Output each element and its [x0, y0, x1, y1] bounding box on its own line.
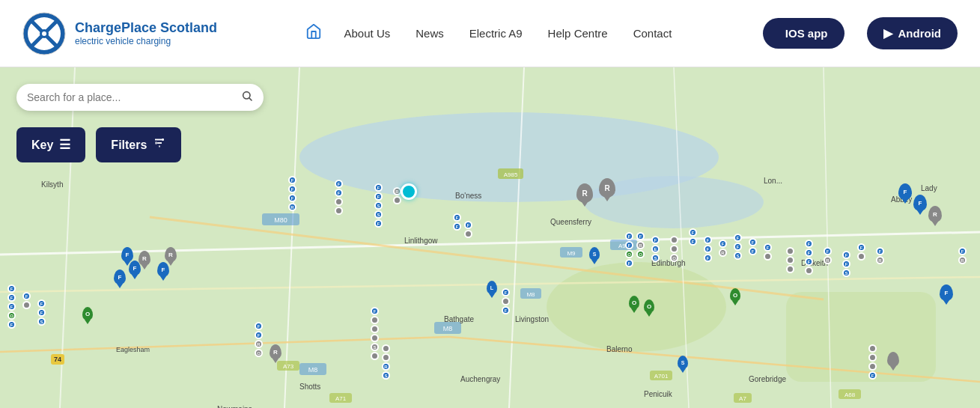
marker-stack-1[interactable]: F F F R: [288, 176, 296, 211]
nav-electric-a9[interactable]: Electric A9: [459, 22, 533, 44]
marker-edin-5[interactable]: F F: [689, 228, 697, 246]
marker-stack-2[interactable]: F F: [335, 180, 343, 215]
marker-livingston-stack[interactable]: F F: [502, 288, 510, 314]
svg-text:A68: A68: [844, 392, 856, 398]
search-bar: [16, 84, 264, 111]
svg-text:Shotts: Shotts: [299, 383, 320, 391]
ios-app-button[interactable]: IOS app: [763, 18, 844, 49]
marker-edin-7[interactable]: F R: [719, 240, 727, 257]
nav-help-centre[interactable]: Help Centre: [538, 22, 618, 44]
search-icon: [241, 90, 253, 105]
marker-numbered[interactable]: 74: [51, 354, 64, 365]
marker-right-1[interactable]: [786, 247, 794, 273]
marker-edin-6[interactable]: F F F: [704, 236, 712, 262]
marker-right-5[interactable]: F: [857, 243, 865, 261]
marker-mid-left-1[interactable]: F F R O: [255, 322, 263, 357]
marker-bottom-1[interactable]: F S: [371, 307, 379, 360]
search-input[interactable]: [27, 91, 241, 103]
marker-gray-big[interactable]: R: [576, 183, 593, 203]
marker-livingston-1[interactable]: L: [487, 281, 497, 294]
marker-right-6[interactable]: F R: [876, 247, 884, 264]
marker-far-right-1[interactable]: F: [898, 183, 912, 200]
android-app-button[interactable]: ▶ Android: [867, 17, 958, 49]
marker-far-right-2[interactable]: F: [913, 195, 927, 211]
svg-text:Livingston: Livingston: [515, 315, 549, 323]
marker-green-o-2[interactable]: O: [629, 296, 639, 309]
svg-text:A7: A7: [739, 395, 746, 402]
key-label: Key: [31, 138, 53, 152]
marker-far-left[interactable]: F F F O F: [7, 284, 16, 329]
marker-stack-6[interactable]: F: [464, 221, 472, 238]
map-background: M80 M8 M8 M8 M9 A90 Kilsyth Bo'ness Quee…: [0, 67, 980, 408]
nav-about-us[interactable]: About Us: [334, 22, 401, 44]
marker-edin-3[interactable]: F E S: [651, 236, 660, 262]
nav-contact[interactable]: Contact: [623, 22, 683, 44]
svg-text:M8: M8: [443, 325, 453, 332]
svg-text:Bo'ness: Bo'ness: [455, 192, 481, 200]
marker-edin-2[interactable]: F R O: [636, 232, 645, 258]
svg-text:Newmains: Newmains: [217, 405, 252, 408]
marker-gray-big-2[interactable]: R: [599, 178, 615, 198]
filters-label: Filters: [111, 138, 147, 152]
map-controls: Key ☰ Filters: [16, 127, 181, 162]
marker-edin-1[interactable]: F F O F: [625, 232, 633, 267]
marker-stack-5[interactable]: F F: [453, 213, 461, 231]
marker-edin-8[interactable]: F F S: [734, 234, 742, 260]
marker-bottom-2[interactable]: R S: [382, 344, 390, 380]
svg-text:Linlithgow: Linlithgow: [404, 237, 438, 245]
logo-subtitle: electric vehicle charging: [75, 36, 217, 46]
svg-rect-8: [786, 292, 936, 382]
marker-far-right-3[interactable]: R: [928, 206, 942, 222]
main-nav: About Us News Electric A9 Help Centre Co…: [240, 19, 740, 49]
site-header: ChargePlace Scotland electric vehicle ch…: [0, 0, 980, 67]
marker-edin-4[interactable]: O: [670, 236, 678, 262]
marker-edin-9[interactable]: F F: [749, 238, 757, 255]
logo-link[interactable]: ChargePlace Scotland electric vehicle ch…: [22, 12, 217, 55]
marker-green-o-3[interactable]: O: [644, 299, 654, 313]
marker-lower-right-2[interactable]: [887, 352, 899, 367]
svg-text:A985: A985: [504, 171, 518, 178]
marker-right-3[interactable]: F R: [824, 247, 832, 264]
svg-text:Balerno: Balerno: [606, 345, 633, 353]
marker-s-1[interactable]: S: [589, 247, 600, 261]
filters-button[interactable]: Filters: [96, 127, 181, 162]
svg-text:A71: A71: [335, 395, 347, 402]
marker-mid-left-2[interactable]: R: [270, 344, 281, 359]
marker-stack-3[interactable]: F F S S F: [374, 183, 383, 228]
nav-home-icon[interactable]: [298, 19, 329, 49]
svg-text:Eaglesham: Eaglesham: [116, 346, 150, 353]
key-button[interactable]: Key ☰: [16, 127, 85, 162]
marker-right-2[interactable]: F F F: [805, 240, 813, 275]
logo-title: ChargePlace Scotland: [75, 20, 217, 37]
marker-green-o-4[interactable]: O: [730, 288, 740, 302]
marker-edin-10[interactable]: F: [764, 243, 772, 261]
svg-text:Penicuik: Penicuik: [644, 390, 673, 398]
filter-icon: [153, 136, 166, 153]
map-container[interactable]: M80 M8 M8 M8 M9 A90 Kilsyth Bo'ness Quee…: [0, 67, 980, 408]
svg-text:Queensferry: Queensferry: [550, 218, 591, 226]
marker-edge-2[interactable]: F: [940, 284, 953, 301]
svg-text:Bathgate: Bathgate: [444, 315, 474, 323]
marker-far-left-3[interactable]: F F S: [37, 299, 46, 326]
svg-text:M9: M9: [567, 250, 576, 257]
marker-far-left-2[interactable]: F: [22, 292, 31, 309]
svg-text:Lon...: Lon...: [764, 177, 782, 185]
svg-text:A73: A73: [283, 363, 294, 370]
svg-text:M8: M8: [308, 366, 318, 374]
logo-icon: [22, 12, 66, 55]
svg-text:M8: M8: [526, 291, 535, 298]
svg-text:Gorebridge: Gorebridge: [749, 375, 786, 383]
svg-text:M80: M80: [274, 216, 287, 224]
marker-bottom-left-s[interactable]: S: [678, 356, 688, 369]
marker-right-4[interactable]: F F S: [842, 251, 850, 277]
marker-green-o-1[interactable]: O: [82, 307, 93, 320]
list-icon: ☰: [59, 137, 70, 153]
marker-edge-1[interactable]: F R: [958, 247, 967, 264]
nav-news[interactable]: News: [405, 22, 454, 44]
svg-text:Auchengray: Auchengray: [460, 375, 500, 383]
ios-app-label: IOS app: [785, 27, 828, 40]
marker-lower-right-1[interactable]: F: [868, 344, 877, 380]
android-app-label: Android: [898, 27, 942, 40]
logo-text: ChargePlace Scotland electric vehicle ch…: [75, 20, 217, 47]
play-icon: ▶: [883, 26, 892, 40]
